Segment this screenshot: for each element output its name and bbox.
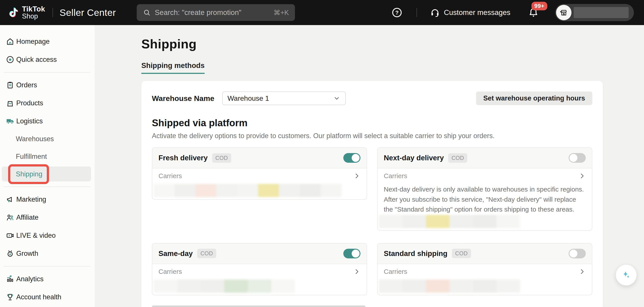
svg-text:?: ? [396, 10, 399, 16]
bag-icon [6, 99, 14, 108]
star-circle-icon [6, 55, 14, 64]
standard-shipping-toggle[interactable] [568, 249, 586, 258]
home-icon [6, 37, 14, 46]
card-title: Standard shipping [384, 249, 448, 258]
sidebar-item-homepage[interactable]: Homepage [0, 33, 94, 51]
warehouse-name-label: Warehouse Name [152, 94, 214, 103]
sidebar-item-fulfillment[interactable]: Fulfillment [0, 148, 94, 165]
section-description: Activate the delivery options to provide… [152, 132, 592, 140]
sidebar-divider [4, 266, 90, 266]
chevron-right-icon [353, 172, 360, 180]
carriers-link[interactable]: Carriers [378, 168, 592, 183]
search-icon [143, 9, 151, 17]
carriers-link[interactable]: Carriers [152, 264, 366, 279]
sidebar-divider [4, 72, 90, 73]
header-divider-2 [416, 8, 417, 17]
sidebar-item-account-health[interactable]: Account health [0, 288, 94, 306]
customer-messages-button[interactable]: Customer messages [430, 7, 510, 18]
set-warehouse-hours-button[interactable]: Set warehouse operating hours [476, 92, 592, 105]
card-title: Next-day delivery [384, 154, 444, 162]
video-camera-icon [6, 231, 14, 240]
headset-icon [430, 7, 440, 18]
sidebar-item-analytics[interactable]: Analytics [0, 270, 94, 288]
bar-chart-icon [6, 275, 14, 283]
tab-shipping-methods[interactable]: Shipping methods [141, 61, 205, 74]
sidebar-item-products[interactable]: Products [0, 94, 94, 112]
warehouse-select[interactable]: Warehouse 1 [222, 92, 346, 105]
chevron-right-icon [578, 172, 586, 180]
sidebar-item-logistics[interactable]: Logistics [0, 112, 94, 130]
page-title: Shipping [141, 37, 644, 51]
top-bar: TikTok Shop Seller Center Search: "creat… [0, 0, 644, 25]
chevron-down-icon [333, 95, 340, 102]
chevron-right-icon [353, 268, 360, 275]
sidebar-item-growth[interactable]: Growth [0, 244, 94, 262]
card-header: Standard shipping COD [378, 243, 592, 264]
store-icon [556, 5, 572, 20]
sidebar-item-warehouses[interactable]: Warehouses [0, 130, 94, 148]
section-title: Shipped via platform [152, 117, 592, 128]
warehouse-row: Warehouse Name Warehouse 1 Set warehouse… [152, 92, 592, 105]
sidebar-divider [4, 186, 90, 187]
search-placeholder: Search: "create promotion" [155, 8, 241, 17]
active-item-highlight [2, 166, 91, 181]
fresh-delivery-toggle[interactable] [343, 153, 360, 163]
chevron-right-icon [578, 268, 586, 275]
carriers-link[interactable]: Carriers [378, 264, 592, 279]
brand-wordmark: TikTok Shop [22, 5, 45, 20]
people-icon [6, 213, 14, 222]
card-title: Same-day [158, 249, 193, 258]
truck-icon [6, 117, 14, 126]
same-day-toggle[interactable] [343, 249, 360, 258]
trophy-icon [6, 293, 14, 301]
header-actions: ? Customer messages 99+ [391, 4, 634, 21]
cod-badge: COD [452, 249, 471, 258]
delivery-options-grid: Fresh delivery COD Carriers Next-day del… [152, 147, 592, 295]
card-next-day-delivery: Next-day delivery COD Carriers Next-day … [377, 147, 592, 231]
card-header: Next-day delivery COD [378, 148, 592, 168]
sidebar-item-live-video[interactable]: LIVE & video [0, 226, 94, 244]
notification-count-badge: 99+ [532, 2, 547, 10]
card-header: Same-day COD [152, 243, 366, 264]
cod-badge: COD [197, 249, 216, 258]
notifications-button[interactable]: 99+ [528, 7, 539, 18]
tiktok-logo-icon [6, 6, 19, 19]
sidebar-nav: Homepage Quick access Orders Pro [0, 25, 94, 307]
header-divider [52, 8, 53, 17]
customer-messages-label: Customer messages [444, 8, 510, 17]
warehouse-select-value: Warehouse 1 [228, 94, 269, 103]
carrier-logos-blurred [154, 279, 366, 293]
main-content: Shipping Shipping methods Warehouse Name… [94, 25, 644, 307]
carriers-link[interactable]: Carriers [152, 168, 366, 183]
card-same-day: Same-day COD Carriers [152, 243, 367, 295]
store-switcher[interactable] [555, 4, 634, 21]
card-fresh-delivery: Fresh delivery COD Carriers [152, 147, 367, 200]
medal-icon [6, 249, 14, 258]
sidebar-item-quick-access[interactable]: Quick access [0, 51, 94, 69]
ai-assistant-button[interactable] [616, 265, 636, 285]
next-section-peek [152, 305, 366, 307]
product-title: Seller Center [60, 7, 116, 18]
search-shortcut: ⌘+K [274, 9, 289, 17]
clipboard-icon [6, 81, 14, 90]
sidebar-item-orders[interactable]: Orders [0, 76, 94, 94]
carrier-logos-blurred [379, 279, 592, 293]
sidebar-item-marketing[interactable]: Marketing [0, 190, 94, 208]
sparkle-icon [621, 270, 631, 280]
next-day-note: Next-day delivery is only available to w… [378, 183, 592, 214]
carrier-logos-blurred [379, 215, 592, 228]
shipping-methods-panel: Warehouse Name Warehouse 1 Set warehouse… [141, 81, 603, 307]
megaphone-icon [6, 195, 14, 204]
card-title: Fresh delivery [158, 154, 208, 162]
store-name-redacted [574, 7, 628, 18]
next-day-delivery-toggle[interactable] [568, 153, 586, 163]
help-icon[interactable]: ? [391, 7, 403, 19]
carrier-logos-blurred [154, 184, 366, 197]
global-search-input[interactable]: Search: "create promotion" ⌘+K [137, 4, 295, 21]
card-header: Fresh delivery COD [152, 148, 366, 168]
sidebar-item-affiliate[interactable]: Affiliate [0, 208, 94, 226]
tiktok-shop-brand[interactable]: TikTok Shop [6, 5, 45, 20]
sidebar-item-shipping[interactable]: Shipping [0, 165, 94, 183]
card-standard-shipping: Standard shipping COD Carriers [377, 243, 592, 295]
cod-badge: COD [448, 153, 467, 163]
